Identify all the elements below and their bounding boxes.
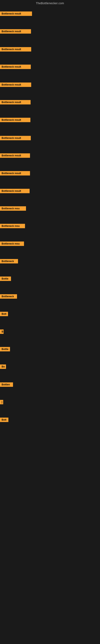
bottleneck-bar-22: Bottlen <box>0 382 13 387</box>
bottleneck-bar-7: Bottleneck result <box>0 118 30 122</box>
bottleneck-bar-5: Bottleneck result <box>0 82 31 87</box>
bottleneck-bar-17: Bottleneck <box>0 294 17 299</box>
bottleneck-bar-13: Bottleneck resu <box>0 224 25 228</box>
bottleneck-bar-18: Bott <box>0 312 8 316</box>
bottleneck-bar-9: Bottleneck result <box>0 153 30 158</box>
bottleneck-bar-21: Bo <box>0 364 6 369</box>
bottleneck-bar-23: | <box>0 400 3 404</box>
bottleneck-bar-2: Bottleneck result <box>0 29 31 34</box>
bottleneck-bar-1: Bottleneck result <box>0 12 32 16</box>
bottleneck-bar-20: Bottle <box>0 347 10 352</box>
bottleneck-bar-8: Bottleneck result <box>0 136 31 140</box>
bottleneck-bar-24: Bott <box>0 418 8 422</box>
bottleneck-bar-11: Bottleneck result <box>0 189 30 193</box>
site-title: TheBottlenecker.com <box>0 0 100 6</box>
bottleneck-bar-6: Bottleneck result <box>0 100 31 104</box>
bottleneck-bar-19: B <box>0 330 3 334</box>
bottleneck-bar-12: Bottleneck resu <box>0 206 26 211</box>
bottleneck-bar-4: Bottleneck result <box>0 64 31 69</box>
bottleneck-bar-14: Bottleneck resu <box>0 242 24 246</box>
bottleneck-bar-16: Bottle <box>0 276 11 281</box>
bottleneck-bar-3: Bottleneck result <box>0 47 31 52</box>
bottleneck-bar-15: Bottleneck <box>0 259 18 264</box>
bottleneck-bar-10: Bottleneck result <box>0 171 30 176</box>
chart-area: TheBottlenecker.com Bottleneck resultBot… <box>0 0 100 6</box>
